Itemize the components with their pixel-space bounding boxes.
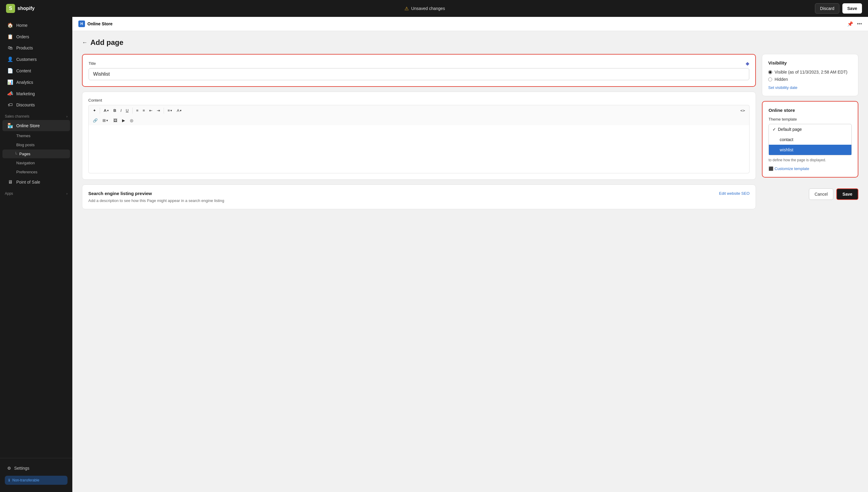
table-btn[interactable]: ⊞ ▼ xyxy=(101,117,110,124)
edit-seo-link[interactable]: Edit website SEO xyxy=(719,191,749,196)
warning-icon: ⚠ xyxy=(405,6,409,11)
italic-btn[interactable]: I xyxy=(119,107,124,114)
two-col-layout: Title ◆ Content ✦ A ▼ B xyxy=(82,54,858,209)
seo-header: Search engine listing preview Edit websi… xyxy=(88,191,749,196)
topbar-actions: Discard Save xyxy=(815,3,862,14)
sidebar-item-discounts[interactable]: 🏷 Discounts xyxy=(2,99,70,110)
sidebar-sub-pages[interactable]: Pages xyxy=(2,150,70,158)
sub-header-actions: 📌 ••• xyxy=(847,21,862,27)
video-btn[interactable]: ▶ xyxy=(120,117,127,124)
editor-area[interactable] xyxy=(88,125,749,173)
template-dropdown: ✓ Default page contact wishlist xyxy=(769,124,852,155)
non-transferable-label: Non-transferable xyxy=(12,478,39,482)
logo-text: shopify xyxy=(18,6,35,11)
visible-radio-item[interactable]: Visible (as of 11/3/2023, 2:58 AM EDT) xyxy=(768,70,852,74)
sidebar-nav: 🏠 Home 📋 Orders 🛍 Products 👤 Customers 📄… xyxy=(0,17,72,458)
customize-template-link[interactable]: ⬛ Customize template xyxy=(769,166,852,171)
ol-btn[interactable]: ≡ xyxy=(141,107,147,114)
theme-template-label: Theme template xyxy=(769,117,852,122)
sidebar-item-content[interactable]: 📄 Content xyxy=(2,65,70,76)
sidebar-sub-navigation[interactable]: Navigation xyxy=(2,158,70,167)
embed-btn[interactable]: ◎ xyxy=(128,117,135,124)
visible-label: Visible (as of 11/3/2023, 2:58 AM EDT) xyxy=(774,70,847,74)
sidebar-sub-preferences[interactable]: Preferences xyxy=(2,168,70,176)
pin-icon[interactable]: 📌 xyxy=(847,21,853,27)
source-code-btn[interactable]: <> xyxy=(738,107,747,114)
toolbar-sep-1 xyxy=(100,107,100,114)
editor-toolbar-row2: 🔗 ⊞ ▼ 🖼 ▶ ◎ xyxy=(88,116,749,125)
sidebar-footer: ⚙ Settings ℹ Non-transferable xyxy=(0,458,72,492)
title-field-label: Title ◆ xyxy=(88,60,749,66)
toolbar-sep-2 xyxy=(132,107,133,114)
sidebar-item-products[interactable]: 🛍 Products xyxy=(2,43,70,53)
ul-btn[interactable]: ≡ xyxy=(134,107,141,114)
visible-radio[interactable] xyxy=(768,70,772,74)
sidebar-item-label: Online Store xyxy=(16,123,40,128)
online-store-card-title: Online store xyxy=(769,107,852,113)
orders-icon: 📋 xyxy=(7,34,13,40)
customize-icon: ⬛ xyxy=(769,166,773,171)
dropdown-option-wishlist[interactable]: wishlist xyxy=(769,145,851,155)
sidebar-sub-themes[interactable]: Themes xyxy=(2,131,70,140)
sidebar-item-settings[interactable]: ⚙ Settings xyxy=(2,463,70,473)
sidebar-item-marketing[interactable]: 📣 Marketing xyxy=(2,88,70,99)
sidebar-item-label: Products xyxy=(16,46,33,50)
align-btn[interactable]: ≡ ▼ xyxy=(166,107,175,114)
sidebar-item-pos[interactable]: 🖥 Point of Sale xyxy=(2,177,70,188)
bold-btn[interactable]: B xyxy=(111,107,118,114)
settings-label: Settings xyxy=(14,466,29,471)
sales-channels-label: Sales channels › xyxy=(0,110,72,120)
check-icon-default: ✓ xyxy=(772,127,776,132)
magic-icon[interactable]: ◆ xyxy=(746,60,749,66)
image-btn[interactable]: 🖼 xyxy=(111,117,119,124)
sidebar-item-online-store[interactable]: 🏪 Online Store xyxy=(2,120,70,131)
hidden-label: Hidden xyxy=(774,77,788,82)
more-icon[interactable]: ••• xyxy=(857,21,862,27)
set-visibility-link[interactable]: Set visibility date xyxy=(768,85,852,90)
themes-label: Themes xyxy=(16,133,30,138)
visibility-title: Visibility xyxy=(768,60,852,66)
magic-toolbar-btn[interactable]: ✦ xyxy=(91,107,98,114)
text-color-btn[interactable]: A ▼ xyxy=(175,107,184,114)
pos-icon: 🖥 xyxy=(7,179,13,185)
hidden-radio[interactable] xyxy=(768,77,772,81)
online-store-icon: 🏪 xyxy=(7,123,13,128)
info-icon: ℹ xyxy=(8,478,10,482)
sidebar-item-home[interactable]: 🏠 Home xyxy=(2,20,70,31)
seo-title: Search engine listing preview xyxy=(88,191,152,196)
sidebar-item-analytics[interactable]: 📊 Analytics xyxy=(2,77,70,88)
sidebar-item-customers[interactable]: 👤 Customers xyxy=(2,54,70,65)
indent-left-btn[interactable]: ⇤ xyxy=(147,107,154,114)
underline-btn[interactable]: U xyxy=(124,107,130,114)
customers-icon: 👤 xyxy=(7,56,13,62)
sidebar-item-orders[interactable]: 📋 Orders xyxy=(2,31,70,42)
sidebar-sub-blog-posts[interactable]: Blog posts xyxy=(2,141,70,149)
template-description: to define how the page is displayed. xyxy=(769,158,852,163)
title-input[interactable] xyxy=(88,68,749,80)
chevron-right-icon: › xyxy=(66,115,68,118)
visibility-radio-group: Visible (as of 11/3/2023, 2:58 AM EDT) H… xyxy=(768,70,852,82)
content-label: Content xyxy=(88,98,749,102)
cancel-button[interactable]: Cancel xyxy=(809,189,834,200)
hidden-radio-item[interactable]: Hidden xyxy=(768,77,852,82)
chevron-right-icon-2: › xyxy=(66,192,68,195)
customize-link-text: Customize template xyxy=(774,166,809,171)
col-main: Title ◆ Content ✦ A ▼ B xyxy=(82,54,756,209)
discard-button[interactable]: Discard xyxy=(815,3,839,14)
sub-header: H Online Store 📌 ••• xyxy=(72,17,868,31)
analytics-icon: 📊 xyxy=(7,79,13,85)
font-size-btn[interactable]: A ▼ xyxy=(102,107,111,114)
editor-toolbar-row1: ✦ A ▼ B I U ≡ ≡ ⇤ ⇥ ≡ ▼ xyxy=(88,105,749,116)
online-store-sub-icon: H xyxy=(78,21,85,27)
save-button-bottom[interactable]: Save xyxy=(836,189,858,200)
shopify-icon: S xyxy=(6,4,15,13)
link-btn[interactable]: 🔗 xyxy=(91,117,99,124)
content-icon: 📄 xyxy=(7,68,13,74)
indent-right-btn[interactable]: ⇥ xyxy=(155,107,162,114)
sidebar: 🏠 Home 📋 Orders 🛍 Products 👤 Customers 📄… xyxy=(0,17,72,492)
save-button-top[interactable]: Save xyxy=(842,3,862,14)
page-header: ← Add page xyxy=(82,38,858,47)
back-button[interactable]: ← xyxy=(82,40,87,46)
dropdown-option-default[interactable]: ✓ Default page xyxy=(769,124,851,134)
dropdown-option-contact[interactable]: contact xyxy=(769,134,851,145)
